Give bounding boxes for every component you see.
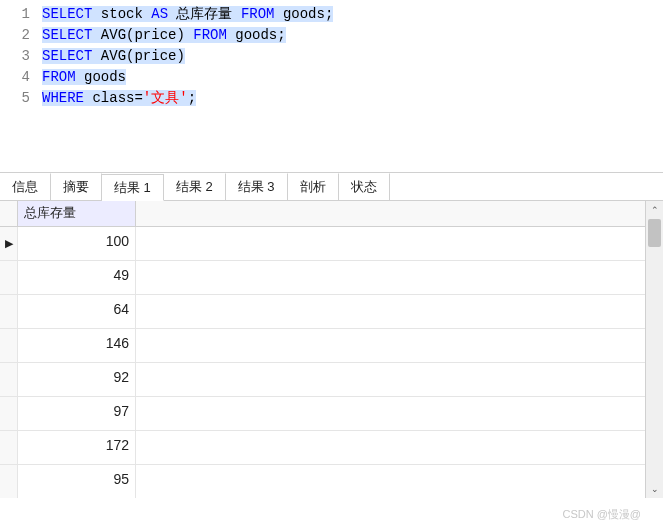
code-token — [92, 27, 100, 43]
watermark-text: CSDN @慢漫@ — [562, 507, 641, 522]
table-row[interactable]: 49 — [0, 261, 645, 295]
code-token: class= — [92, 90, 142, 106]
tab-结果 1[interactable]: 结果 1 — [102, 174, 164, 201]
code-token: FROM — [241, 6, 275, 22]
code-token: 总库存量 — [176, 6, 232, 22]
tab-结果 2[interactable]: 结果 2 — [164, 173, 226, 200]
line-number: 4 — [0, 67, 42, 88]
scroll-track[interactable] — [646, 219, 663, 480]
cell-value[interactable]: 64 — [18, 295, 136, 328]
tab-摘要[interactable]: 摘要 — [51, 173, 102, 200]
row-indicator — [0, 465, 18, 498]
code-token: AVG(price) — [101, 48, 185, 64]
code-token — [227, 27, 235, 43]
code-token: SELECT — [42, 27, 92, 43]
code-content[interactable]: SELECT AVG(price) FROM goods; — [42, 25, 663, 46]
code-token — [274, 6, 282, 22]
line-number: 1 — [0, 4, 42, 25]
code-token — [92, 48, 100, 64]
table-row[interactable]: 95 — [0, 465, 645, 498]
cell-value[interactable]: 95 — [18, 465, 136, 498]
line-number: 3 — [0, 46, 42, 67]
grid-header-row: 总库存量 — [0, 201, 645, 227]
row-indicator-header — [0, 201, 18, 226]
row-indicator — [0, 397, 18, 430]
code-content[interactable]: WHERE class='文具'; — [42, 88, 663, 109]
result-tabs: 信息摘要结果 1结果 2结果 3剖析状态 — [0, 172, 663, 200]
row-indicator — [0, 329, 18, 362]
code-token — [92, 6, 100, 22]
code-token: FROM — [193, 27, 227, 43]
tab-状态[interactable]: 状态 — [339, 173, 390, 200]
code-content[interactable]: SELECT stock AS 总库存量 FROM goods; — [42, 4, 663, 25]
cell-value[interactable]: 92 — [18, 363, 136, 396]
code-token: ; — [188, 90, 196, 106]
code-token: '文具' — [143, 90, 188, 106]
table-row[interactable]: ▶100 — [0, 227, 645, 261]
scroll-up-button[interactable]: ⌃ — [646, 201, 663, 219]
code-token: FROM — [42, 69, 76, 85]
results-panel: 总库存量 ▶1004964146929717295 ⌃ ⌄ — [0, 200, 663, 498]
code-content[interactable]: SELECT AVG(price) — [42, 46, 663, 67]
row-indicator — [0, 363, 18, 396]
code-line[interactable]: 1SELECT stock AS 总库存量 FROM goods; — [0, 4, 663, 25]
line-number: 5 — [0, 88, 42, 109]
line-number: 2 — [0, 25, 42, 46]
code-content[interactable]: FROM goods — [42, 67, 663, 88]
row-indicator: ▶ — [0, 227, 18, 260]
code-token — [143, 6, 151, 22]
code-token: stock — [101, 6, 143, 22]
code-token — [76, 69, 84, 85]
cell-value[interactable]: 172 — [18, 431, 136, 464]
table-row[interactable]: 146 — [0, 329, 645, 363]
table-row[interactable]: 97 — [0, 397, 645, 431]
tab-信息[interactable]: 信息 — [0, 173, 51, 200]
scroll-down-button[interactable]: ⌄ — [646, 480, 663, 498]
results-grid[interactable]: 总库存量 ▶1004964146929717295 — [0, 201, 645, 498]
code-token: AVG(price) — [101, 27, 185, 43]
code-token — [232, 6, 240, 22]
cell-value[interactable]: 100 — [18, 227, 136, 260]
tab-剖析[interactable]: 剖析 — [288, 173, 339, 200]
cell-value[interactable]: 97 — [18, 397, 136, 430]
table-row[interactable]: 92 — [0, 363, 645, 397]
column-header[interactable]: 总库存量 — [18, 201, 136, 226]
code-token — [185, 27, 193, 43]
cell-value[interactable]: 146 — [18, 329, 136, 362]
table-row[interactable]: 172 — [0, 431, 645, 465]
code-line[interactable]: 5WHERE class='文具'; — [0, 88, 663, 109]
code-token: goods; — [283, 6, 333, 22]
code-line[interactable]: 2SELECT AVG(price) FROM goods; — [0, 25, 663, 46]
scroll-thumb[interactable] — [648, 219, 661, 247]
sql-editor[interactable]: 1SELECT stock AS 总库存量 FROM goods;2SELECT… — [0, 0, 663, 172]
table-row[interactable]: 64 — [0, 295, 645, 329]
code-line[interactable]: 3SELECT AVG(price) — [0, 46, 663, 67]
code-token: AS — [151, 6, 168, 22]
row-indicator — [0, 431, 18, 464]
code-token: goods — [84, 69, 126, 85]
row-indicator — [0, 295, 18, 328]
code-token: goods; — [235, 27, 285, 43]
tab-结果 3[interactable]: 结果 3 — [226, 173, 288, 200]
row-indicator — [0, 261, 18, 294]
code-token: SELECT — [42, 48, 92, 64]
code-line[interactable]: 4FROM goods — [0, 67, 663, 88]
vertical-scrollbar[interactable]: ⌃ ⌄ — [645, 201, 663, 498]
code-token: WHERE — [42, 90, 84, 106]
code-token: SELECT — [42, 6, 92, 22]
cell-value[interactable]: 49 — [18, 261, 136, 294]
